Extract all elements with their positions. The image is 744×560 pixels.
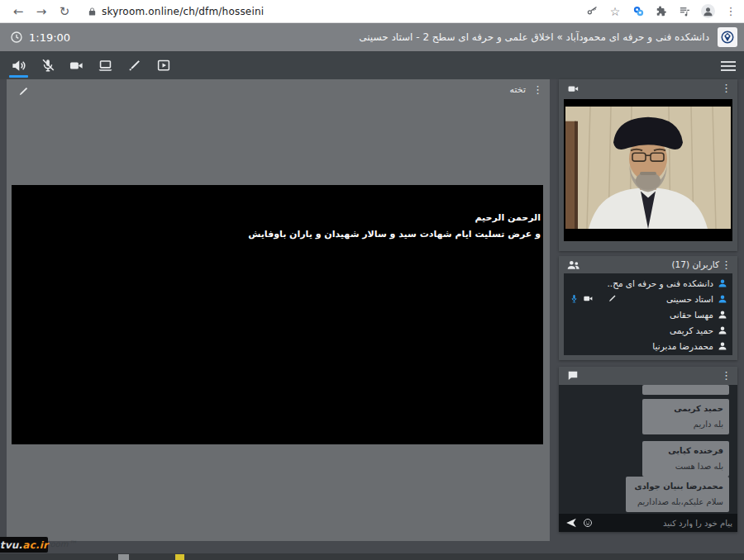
video-panel-header: ⋮ xyxy=(559,79,737,97)
browser-forward-button[interactable]: → xyxy=(30,2,53,21)
brush-icon xyxy=(127,59,141,73)
user-row[interactable]: مهسا حقانی xyxy=(564,306,732,322)
speaker-icon xyxy=(11,58,26,74)
video-panel: ⋮ xyxy=(559,79,737,251)
users-panel-menu-button[interactable]: ⋮ xyxy=(721,259,732,270)
star-icon: ☆ xyxy=(610,5,621,18)
screen-share-button[interactable] xyxy=(91,51,120,79)
presenter-illustration xyxy=(565,107,731,229)
videocam-icon xyxy=(69,58,84,74)
whiteboard-tab-label: تخته xyxy=(510,84,526,95)
users-group-icon xyxy=(567,259,580,271)
chat-message: فرخنده کیایی بله صدا هست xyxy=(642,441,729,477)
browser-profile-button[interactable] xyxy=(698,2,718,21)
taskbar-strip xyxy=(0,553,744,560)
taskbar-item-icon xyxy=(175,554,184,560)
chat-input-bar xyxy=(559,514,737,532)
extension-blue-button[interactable] xyxy=(628,2,648,21)
user-person-icon xyxy=(718,341,727,351)
chat-messages[interactable]: حمید کریمی بله داریم فرخنده کیایی بله صد… xyxy=(559,385,737,514)
mic-off-icon xyxy=(41,58,55,73)
users-panel-title: کاربران (17) xyxy=(671,259,719,269)
chat-panel-menu-button[interactable]: ⋮ xyxy=(721,370,732,381)
session-title: دانشکده فنی و حرفه ای محمودآباد » اخلاق … xyxy=(359,23,709,51)
address-bar[interactable]: skyroom.online/ch/dfm/hosseini xyxy=(88,6,582,17)
playlist-music-icon xyxy=(679,5,691,17)
key-icon xyxy=(586,5,599,17)
play-box-icon xyxy=(156,58,171,73)
microphone-muted-button[interactable] xyxy=(33,51,62,79)
users-panel-header: کاربران (17) ⋮ xyxy=(559,256,737,274)
avatar xyxy=(701,4,715,18)
laptop-icon xyxy=(98,58,113,74)
user-row-instructor[interactable]: استاد حسینی xyxy=(564,291,732,306)
browser-back-button[interactable]: ← xyxy=(7,2,30,21)
university-emblem-icon xyxy=(720,30,735,45)
menu-hamburger-button[interactable] xyxy=(721,59,736,74)
puzzle-icon xyxy=(656,6,667,17)
back-icon: ← xyxy=(13,4,24,19)
chat-panel: ⋮ حمید کریمی بله داریم فرخنده کیایی بله … xyxy=(559,367,737,532)
clock-icon xyxy=(10,31,23,44)
whiteboard-tool-button[interactable] xyxy=(120,51,149,79)
refresh-icon: ↻ xyxy=(60,4,70,19)
reading-list-button[interactable] xyxy=(675,2,694,21)
chat-text: بله داریم xyxy=(648,418,723,430)
tvu-logo: tvu.ac.ir xyxy=(0,537,48,553)
chat-sender: فرخنده کیایی xyxy=(648,444,723,457)
browser-refresh-button[interactable]: ↻ xyxy=(53,2,76,21)
camera-button[interactable] xyxy=(62,51,91,79)
video-panel-menu-button[interactable]: ⋮ xyxy=(721,83,732,93)
user-row[interactable]: محمدرضا مدبرنیا xyxy=(564,338,732,354)
user-draw-icon[interactable] xyxy=(604,294,618,304)
user-name: محمدرضا مدبرنیا xyxy=(652,341,713,351)
elapsed-time: 1:19:00 xyxy=(10,31,70,44)
user-mic-on-icon[interactable] xyxy=(567,294,581,303)
chat-sender: محمدرضا بنیان جوادی xyxy=(632,480,723,492)
whiteboard-canvas[interactable]: الرحمن الرحيم و عرض تسلیت ایام شهادت سید… xyxy=(12,185,543,444)
chat-message: حمید کریمی بله داریم xyxy=(642,399,729,434)
chat-message-input[interactable] xyxy=(599,515,732,530)
presenter-video xyxy=(565,107,731,229)
speaker-button[interactable] xyxy=(4,51,33,79)
video-frame xyxy=(564,99,732,241)
sync-blue-icon xyxy=(632,5,645,17)
whiteboard-panel: تخته ⋮ الرحمن الرحيم و عرض تسلیت ایام شه… xyxy=(7,79,550,541)
chat-bubble-icon xyxy=(567,370,579,382)
chat-text: بله صدا هست xyxy=(648,460,723,472)
lock-icon[interactable] xyxy=(88,7,97,17)
user-person-icon xyxy=(718,294,727,304)
users-panel: کاربران (17) ⋮ دانشکده فنی و حرفه ای مح.… xyxy=(559,256,737,360)
whiteboard-annotation: الرحمن الرحيم و عرض تسلیت ایام شهادت سید… xyxy=(248,210,541,243)
user-row[interactable]: حمید کریمی xyxy=(564,322,732,338)
emoji-icon[interactable] xyxy=(583,518,593,528)
university-logo xyxy=(718,27,737,47)
user-person-icon xyxy=(718,310,727,320)
user-person-icon xyxy=(718,278,727,288)
forward-icon: → xyxy=(36,4,47,19)
tvu-logo-domain: ac.ir xyxy=(22,539,48,551)
session-header: 1:19:00 دانشکده فنی و حرفه ای محمودآباد … xyxy=(0,23,744,51)
media-player-button[interactable] xyxy=(149,51,178,79)
users-list[interactable]: دانشکده فنی و حرفه ای مح.. استاد حسینی م… xyxy=(564,273,732,355)
whiteboard-menu-button[interactable]: ⋮ xyxy=(532,84,543,95)
meeting-toolbar xyxy=(0,51,744,79)
chat-panel-header: ⋮ xyxy=(559,367,737,385)
user-cam-on-icon[interactable] xyxy=(581,293,595,304)
camera-panel-icon xyxy=(567,83,579,95)
user-name: دانشکده فنی و حرفه ای مح.. xyxy=(607,278,713,288)
browser-menu-button[interactable]: ⋮ xyxy=(721,2,741,21)
annotation-line-2: و عرض تسلیت ایام شهادت سید و سالار شهیدا… xyxy=(248,226,541,243)
more-vert-icon: ⋮ xyxy=(726,6,737,17)
whiteboard-pencil-icon[interactable] xyxy=(17,86,29,102)
chat-sender: حمید کریمی xyxy=(648,402,723,415)
user-person-icon xyxy=(718,325,727,335)
user-row-operator[interactable]: دانشکده فنی و حرفه ای مح.. xyxy=(564,275,732,291)
url-text[interactable]: skyroom.online/ch/dfm/hosseini xyxy=(102,6,264,17)
user-name: حمید کریمی xyxy=(670,325,713,335)
browser-toolbar: ← → ↻ skyroom.online/ch/dfm/hosseini ☆ ⋮ xyxy=(0,0,744,23)
password-key-button[interactable] xyxy=(582,2,602,21)
send-icon[interactable] xyxy=(565,517,577,529)
bookmark-star-button[interactable]: ☆ xyxy=(605,2,625,21)
extensions-button[interactable] xyxy=(651,2,671,21)
